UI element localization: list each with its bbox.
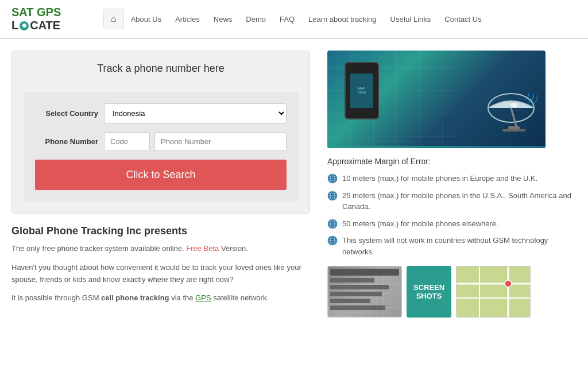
main-nav: ⌂ About Us Articles News Demo FAQ Learn … [103,9,489,29]
margin-item-1: 10 meters (max.) for mobile phones in Eu… [327,173,577,184]
search-button[interactable]: Click to Search [35,160,287,190]
cell-phone-tracking-text: cell phone tracking [101,293,169,302]
margin-title: Approximate Margin of Error: [327,157,577,166]
globe-icon-3 [327,219,338,229]
country-row: Select Country Indonesia United States U… [35,103,287,123]
nav-useful-links[interactable]: Useful Links [384,10,438,28]
nav-demo[interactable]: Demo [239,10,273,28]
svg-rect-2 [508,126,520,129]
screenshots-label[interactable]: SCREENSHOTS [407,266,451,318]
margin-item-2: 25 meters (max.) for mobile phones in th… [327,190,577,212]
svg-point-29 [505,280,512,287]
satellite-dish-icon [482,91,540,142]
margin-item-3: 50 meters (max.) for mobile phones elsew… [327,218,577,230]
phone-row: Phone Number [35,132,287,151]
phone-label: Phone Number [35,137,98,146]
country-label: Select Country [35,109,98,118]
nav-about-us[interactable]: About Us [124,10,168,28]
home-nav-icon[interactable]: ⌂ [103,9,124,29]
nav-articles[interactable]: Articles [168,10,207,28]
margin-item-4: This system will not work in countries w… [327,235,577,257]
free-beta-text: Free Beta [186,244,219,253]
info-line1: The only free phone tracker system avail… [11,243,310,255]
info-line2: Haven't you thought about how convenient… [11,262,310,286]
phone-number-input[interactable] [154,132,287,151]
tracker-title: Track a phone number here [24,63,298,80]
phone-inputs [104,132,287,151]
globe-icon-2 [327,191,338,201]
info-section: Global Phone Tracking Inc presents The o… [11,225,310,304]
tracker-box: Track a phone number here Select Country… [11,51,310,214]
logo-line2: L CATE [11,19,61,32]
header: SAT GPS L CATE ⌂ About Us Articles News … [0,0,588,38]
screenshots-row: SCREENSHOTS [327,266,577,318]
nav-news[interactable]: News [207,10,239,28]
hero-image: MAPVIEW [327,51,546,148]
screenshot-1[interactable] [327,266,402,318]
country-select[interactable]: Indonesia United States United Kingdom A… [104,103,287,123]
svg-rect-3 [502,129,525,131]
logo-dot-icon [20,21,29,30]
nav-faq[interactable]: FAQ [273,10,301,28]
info-title: Global Phone Tracking Inc presents [11,225,310,237]
svg-rect-24 [457,266,531,318]
main-content: Track a phone number here Select Country… [0,39,588,329]
globe-icon-1 [327,173,338,184]
tracker-form: Select Country Indonesia United States U… [24,92,298,202]
logo[interactable]: SAT GPS L CATE [11,6,86,32]
info-line3: It is possible through GSM cell phone tr… [11,292,310,304]
svg-point-1 [510,103,517,107]
screenshot-2[interactable] [456,266,531,318]
gps-link-text[interactable]: GPS [195,293,211,302]
right-column: MAPVIEW [327,51,577,318]
left-column: Track a phone number here Select Country… [11,51,310,318]
phone-mockup-icon: MAPVIEW [345,62,379,119]
globe-icon-4 [327,235,338,246]
nav-contact-us[interactable]: Contact Us [438,10,488,28]
logo-line1: SAT GPS [11,6,61,19]
phone-code-input[interactable] [104,132,150,151]
nav-learn-tracking[interactable]: Learn about tracking [301,10,384,28]
